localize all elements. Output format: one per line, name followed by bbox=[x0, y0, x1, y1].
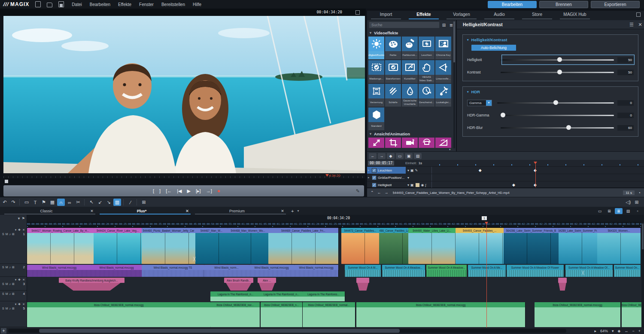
audio-icon[interactable]: ♪ bbox=[9, 292, 11, 295]
pencil-icon[interactable]: ✎ bbox=[415, 169, 418, 172]
new-project-icon[interactable] bbox=[35, 1, 41, 7]
clip[interactable]: Summer Mood On A Me... bbox=[468, 265, 506, 277]
track-header-4[interactable]: SM♪⊞4 bbox=[0, 291, 27, 301]
section-header[interactable]: ▾Videoeffekte bbox=[367, 29, 456, 37]
clip[interactable]: 544424_Canoe_River_Lake_Veg... bbox=[94, 228, 142, 264]
audio-icon[interactable]: ♪ bbox=[9, 233, 11, 236]
effect-tile-leuchten[interactable]: Leuchten bbox=[419, 37, 434, 59]
object-chart-button[interactable]: ▦ bbox=[49, 199, 56, 206]
menu-bearbeiten[interactable]: Bearbeiten bbox=[90, 2, 110, 7]
effect-tile-linsenrefle-[interactable]: Linsenrefle... bbox=[435, 60, 451, 83]
title-clip[interactable]: Baby Kruffy Randbeschneidung Ausgleich..… bbox=[59, 278, 125, 291]
clip[interactable]: Wind Blasts_normal.mxcogg bbox=[249, 265, 295, 277]
mute-button[interactable]: M bbox=[6, 266, 8, 269]
slider-thumb[interactable] bbox=[501, 113, 505, 117]
auto-exposure-button[interactable]: Auto-Belichtung bbox=[471, 45, 516, 51]
timeline-tab-premium[interactable]: Premium✕ bbox=[195, 207, 286, 215]
effect-tile-farbkorrek-[interactable]: Farbkorrek... bbox=[402, 37, 418, 59]
audio-icon[interactable]: ♪ bbox=[9, 282, 11, 285]
expand-icon[interactable]: ▸ bbox=[368, 169, 371, 172]
marker-flag-icon[interactable]: ⚑ bbox=[22, 217, 25, 221]
clip[interactable]: 544467_Man_W... bbox=[195, 228, 228, 264]
crossfade-icon[interactable]: ╳ bbox=[193, 257, 195, 261]
clip[interactable]: Summer Mood On A Meadow Of Flower bbox=[507, 265, 564, 277]
clip[interactable]: 564320_Women... bbox=[597, 228, 641, 264]
view-storyboard-button[interactable]: ▤ bbox=[624, 208, 632, 214]
close-icon[interactable]: ✕ bbox=[22, 228, 25, 232]
effect-tile-gauss-sche-unsch-rfe[interactable]: Gauss'sche Unschärfe bbox=[402, 84, 418, 107]
dd-icon[interactable]: ▾ bbox=[407, 169, 409, 172]
slider-track[interactable] bbox=[501, 115, 614, 116]
timeline-hscrollbar[interactable] bbox=[8, 329, 566, 333]
solo-button[interactable]: S bbox=[2, 292, 4, 295]
mouse-mode-all-button[interactable]: ↙ bbox=[96, 199, 104, 206]
fit-project[interactable]: ↔ bbox=[624, 329, 628, 333]
box-icon[interactable]: ▣ bbox=[410, 183, 414, 187]
clip[interactable]: Summer Mood On A M... bbox=[345, 265, 381, 277]
hscroll-thumb[interactable] bbox=[39, 329, 400, 333]
keyframe-diamond[interactable]: ◆ bbox=[479, 168, 482, 172]
razor-button[interactable]: ⁄ bbox=[127, 199, 134, 206]
clip[interactable]: Wind Blasts_normal.mxcogg bbox=[91, 265, 142, 277]
mark-out-button[interactable]: ] bbox=[159, 188, 161, 193]
add-track-button[interactable]: + bbox=[1, 328, 6, 334]
track-lane-1[interactable]: 544417_Woman_Rowing_Canoe_Lake_By_H...54… bbox=[27, 228, 644, 264]
unit-value[interactable]: 1s bbox=[419, 161, 422, 165]
play-range-button[interactable]: [▸] bbox=[196, 188, 201, 194]
clip[interactable]: 544417_Woman_Rowing_Canoe_Lake_By_H... bbox=[27, 228, 94, 264]
track-options-icon[interactable]: ⊞ bbox=[12, 292, 15, 296]
text-button[interactable]: T bbox=[31, 199, 39, 206]
slider-track[interactable] bbox=[501, 72, 614, 73]
track-header-5[interactable]: ▾✚✕SM♪⊞5 bbox=[0, 302, 27, 327]
open-project-icon[interactable] bbox=[47, 3, 52, 7]
browser-scrollbar[interactable] bbox=[453, 21, 455, 148]
timeline-ruler[interactable]: 00:00:00:0000:00:05:0000:00:10:0000:00:1… bbox=[27, 222, 644, 228]
snap-magnet-button[interactable]: ∩ bbox=[57, 199, 65, 206]
clip[interactable]: 544486_Canoe_Paddles_Lak... bbox=[379, 228, 409, 264]
insert-object-button[interactable]: ⊞ bbox=[140, 199, 148, 206]
editor-close-icon[interactable]: ✕ bbox=[636, 22, 644, 28]
slider-track[interactable] bbox=[501, 59, 614, 61]
timeline-topstrip[interactable]: 00:04:34:201 bbox=[27, 215, 644, 222]
add-keyframe-button[interactable]: ◆ bbox=[387, 153, 395, 159]
clip[interactable]: Wind Blasts_normal.mxcogg bbox=[27, 265, 92, 277]
enable-checkbox[interactable]: ✓ bbox=[372, 183, 377, 187]
track-lane-3[interactable]: Baby Kruffy Randbeschneidung Ausgleich..… bbox=[27, 278, 644, 291]
clip[interactable]: 544469_Canoe_Paddles_Lake_Fri... bbox=[268, 228, 339, 264]
collapse-track-icon[interactable]: ▾ bbox=[15, 228, 17, 232]
effect-tile-maskenge-[interactable]: Maskenge... bbox=[368, 60, 384, 83]
clip[interactable]: Summer Mood On... bbox=[614, 265, 641, 277]
track-lane-2[interactable]: Wind Blasts_normal.mxcoggWind Blasts_nor… bbox=[27, 265, 644, 277]
clip[interactable]: Ibiza Chillout_983823EB_normal.mxcogg bbox=[27, 302, 211, 327]
unlink-scissors-button[interactable]: ✂ bbox=[74, 199, 82, 206]
add-icon[interactable]: ✚ bbox=[18, 278, 21, 282]
grid-view-icon[interactable]: ⊞ bbox=[441, 22, 447, 28]
menu-fenster[interactable]: Fenster bbox=[139, 2, 154, 7]
delete-keyframe-button[interactable]: ▭ bbox=[396, 153, 404, 159]
delete-button[interactable]: ▭ bbox=[23, 199, 30, 206]
undo-button[interactable]: ↶ bbox=[1, 199, 9, 206]
redo-button[interactable]: ↷ bbox=[9, 199, 17, 206]
zoom-in[interactable]: + bbox=[638, 329, 641, 333]
clip[interactable]: Summer Mood On A Meadow Of... bbox=[565, 265, 613, 277]
search-input[interactable]: Suche bbox=[369, 21, 440, 28]
clip[interactable]: Ibiza Chillout_983823EB_normal.mxcogg bbox=[356, 302, 526, 327]
scroll-more-icon[interactable]: ▾ bbox=[449, 148, 451, 151]
mark-in-button[interactable]: [ bbox=[153, 188, 154, 193]
timeline-tab-plus[interactable]: Plus*✕ bbox=[100, 207, 191, 215]
record-button[interactable]: ● bbox=[217, 188, 220, 194]
save-project-icon[interactable] bbox=[58, 1, 64, 7]
clip[interactable]: 544460_Picnic_Basket_Woman_Jetty_Car bbox=[142, 228, 196, 264]
marker-button[interactable]: ⚑ bbox=[40, 199, 48, 206]
crossfade-icon[interactable]: ╳ bbox=[582, 271, 584, 275]
scroll-right[interactable]: ▸ bbox=[594, 329, 596, 333]
keyframe-lane[interactable]: ◆◆ bbox=[431, 167, 644, 174]
add-tab-icon[interactable]: + bbox=[291, 208, 294, 214]
track-header-2[interactable]: SM♪⊞2 bbox=[0, 265, 27, 277]
dd-icon[interactable]: ▾ bbox=[407, 176, 409, 180]
timeline-marker-1[interactable]: 1 bbox=[482, 216, 487, 220]
jump-end-button[interactable]: →] bbox=[206, 188, 212, 193]
dd-icon[interactable]: ▾ bbox=[407, 183, 409, 187]
keyframe-row-gr-e-position-[interactable]: ▸✓Größe/Position/...▾ bbox=[367, 174, 644, 181]
mixer-grid-button[interactable]: ⊞ bbox=[633, 199, 641, 206]
